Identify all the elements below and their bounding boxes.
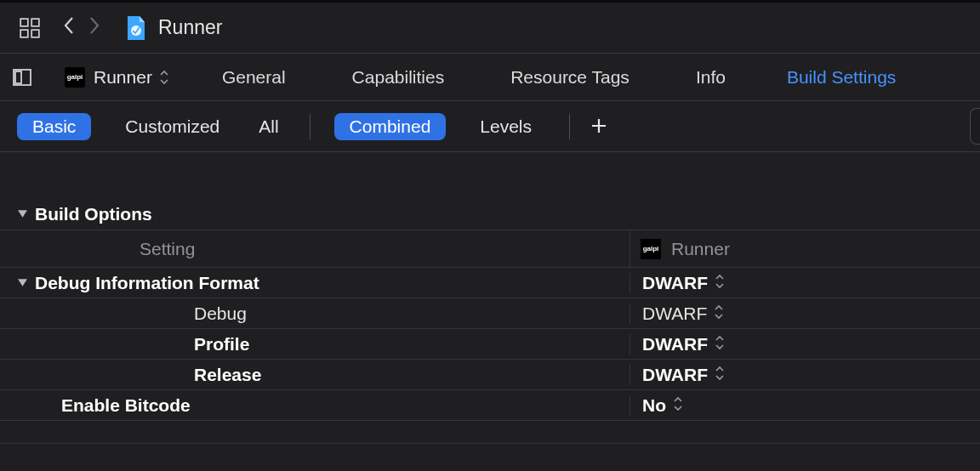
column-target-label: Runner <box>671 239 730 259</box>
related-items-icon[interactable] <box>19 17 41 39</box>
target-name-label: Runner <box>94 67 152 88</box>
section-end-divider <box>0 443 980 444</box>
divider <box>569 114 570 139</box>
setting-value-release[interactable]: DWARF <box>630 365 980 385</box>
svg-rect-1 <box>31 19 39 26</box>
setting-value-text: DWARF <box>642 334 708 355</box>
setting-row-release[interactable]: Release DWARF <box>0 360 980 390</box>
divider <box>310 114 311 139</box>
target-selector[interactable]: Runner <box>94 67 169 88</box>
filter-basic[interactable]: Basic <box>17 113 91 140</box>
nav-forward-button[interactable] <box>82 14 107 41</box>
disclosure-triangle-icon[interactable] <box>17 277 28 288</box>
chevron-updown-icon <box>714 304 724 324</box>
setting-value-debug-info-format[interactable]: DWARF <box>630 273 980 293</box>
target-tabs-bar: galpi Runner General Capabilities Resour… <box>0 54 980 101</box>
setting-value-text: No <box>642 395 666 416</box>
filter-customized[interactable]: Customized <box>110 113 235 140</box>
setting-value-debug[interactable]: DWARF <box>630 304 980 324</box>
tab-build-settings[interactable]: Build Settings <box>787 67 896 88</box>
column-divider <box>630 395 630 416</box>
nav-back-button[interactable] <box>56 14 82 41</box>
column-header-setting[interactable]: Setting <box>0 239 630 259</box>
svg-point-4 <box>131 26 141 36</box>
search-field[interactable] <box>970 108 980 145</box>
chevron-updown-icon <box>159 70 169 85</box>
filter-bar: Basic Customized All Combined Levels <box>0 101 980 152</box>
column-divider <box>630 365 630 385</box>
svg-rect-3 <box>31 30 39 37</box>
setting-value-text: DWARF <box>642 304 707 324</box>
section-title: Build Options <box>35 204 152 224</box>
column-divider <box>630 230 630 267</box>
setting-row-enable-bitcode[interactable]: Enable Bitcode No <box>0 390 980 421</box>
setting-label: Profile <box>194 334 249 355</box>
setting-label: Debug <box>194 304 247 324</box>
breadcrumb-title[interactable]: Runner <box>158 16 222 39</box>
column-divider <box>630 334 630 355</box>
chevron-updown-icon <box>673 395 683 416</box>
tab-resource-tags[interactable]: Resource Tags <box>510 67 630 88</box>
editor-nav-bar: Runner <box>0 3 980 54</box>
setting-value-text: DWARF <box>642 273 708 293</box>
target-app-icon: galpi <box>65 67 85 88</box>
tab-info[interactable]: Info <box>696 67 726 88</box>
svg-marker-7 <box>18 210 27 218</box>
column-header-target[interactable]: galpi Runner <box>641 239 980 259</box>
target-app-icon: galpi <box>641 239 661 259</box>
chevron-updown-icon <box>715 273 725 293</box>
chevron-updown-icon <box>715 334 725 355</box>
setting-row-debug-info-format[interactable]: Debug Information Format DWARF <box>0 268 980 298</box>
setting-label: Release <box>194 365 261 385</box>
setting-value-enable-bitcode[interactable]: No <box>630 395 980 416</box>
filter-levels[interactable]: Levels <box>464 113 547 140</box>
add-build-setting-button[interactable] <box>590 113 607 140</box>
setting-value-text: DWARF <box>642 365 708 385</box>
section-build-options[interactable]: Build Options <box>0 198 980 230</box>
columns-header-row: Setting galpi Runner <box>0 230 980 268</box>
setting-label: Enable Bitcode <box>61 395 191 416</box>
tab-general[interactable]: General <box>222 67 286 88</box>
chevron-updown-icon <box>715 365 725 385</box>
setting-row-profile[interactable]: Profile DWARF <box>0 329 980 360</box>
setting-row-debug[interactable]: Debug DWARF <box>0 298 980 329</box>
setting-value-profile[interactable]: DWARF <box>630 334 980 355</box>
panel-toggle-icon[interactable] <box>12 67 32 88</box>
svg-rect-2 <box>20 30 28 37</box>
svg-rect-0 <box>20 19 28 26</box>
svg-marker-8 <box>18 279 27 287</box>
project-file-icon <box>126 16 146 40</box>
column-divider <box>630 304 630 324</box>
disclosure-triangle-icon <box>17 208 28 219</box>
tab-capabilities[interactable]: Capabilities <box>352 67 445 88</box>
settings-content: Build Options Setting galpi Runner Debug… <box>0 152 980 444</box>
svg-rect-6 <box>15 71 21 83</box>
filter-all[interactable]: All <box>243 113 293 140</box>
column-divider <box>630 273 630 293</box>
setting-label: Debug Information Format <box>35 273 259 293</box>
filter-combined[interactable]: Combined <box>334 113 447 140</box>
